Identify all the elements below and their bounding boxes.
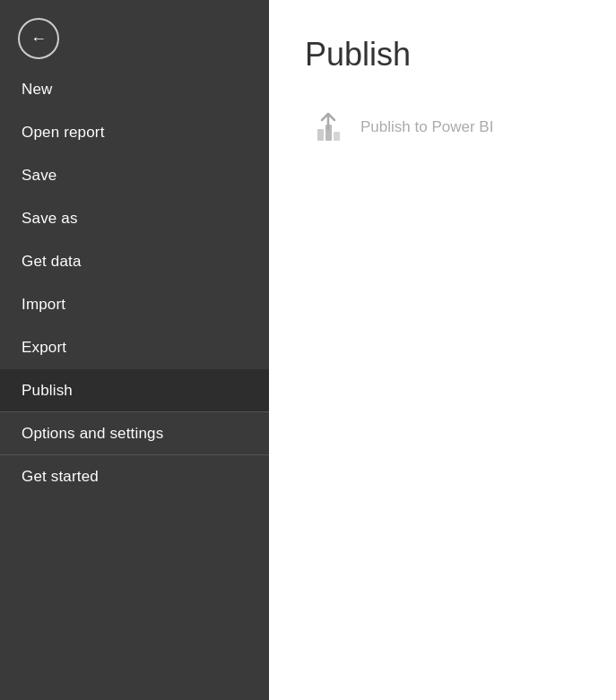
- back-button[interactable]: ←: [18, 18, 59, 59]
- publish-to-powerbi-label: Publish to Power BI: [360, 118, 493, 136]
- nav-list: NewOpen reportSaveSave asGet dataImportE…: [0, 68, 269, 700]
- sidebar: ← NewOpen reportSaveSave asGet dataImpor…: [0, 0, 269, 700]
- sidebar-item-save-as[interactable]: Save as: [0, 197, 269, 240]
- sidebar-item-import[interactable]: Import: [0, 283, 269, 326]
- back-arrow-icon: ←: [30, 30, 47, 47]
- sidebar-item-new[interactable]: New: [0, 68, 269, 111]
- svg-rect-2: [334, 132, 340, 141]
- sidebar-item-get-data[interactable]: Get data: [0, 240, 269, 283]
- page-title: Publish: [305, 36, 580, 73]
- svg-rect-1: [325, 125, 332, 141]
- sidebar-item-publish[interactable]: Publish: [0, 369, 269, 412]
- sidebar-item-open-report[interactable]: Open report: [0, 111, 269, 154]
- sidebar-item-options-and-settings[interactable]: Options and settings: [0, 412, 269, 455]
- svg-rect-0: [317, 129, 324, 141]
- sidebar-item-get-started[interactable]: Get started: [0, 455, 269, 498]
- publish-powerbi-icon: [308, 108, 348, 147]
- main-content: Publish Publish to Power BI: [269, 0, 616, 700]
- sidebar-item-save[interactable]: Save: [0, 154, 269, 197]
- publish-to-powerbi-option[interactable]: Publish to Power BI: [305, 100, 580, 154]
- sidebar-item-export[interactable]: Export: [0, 326, 269, 369]
